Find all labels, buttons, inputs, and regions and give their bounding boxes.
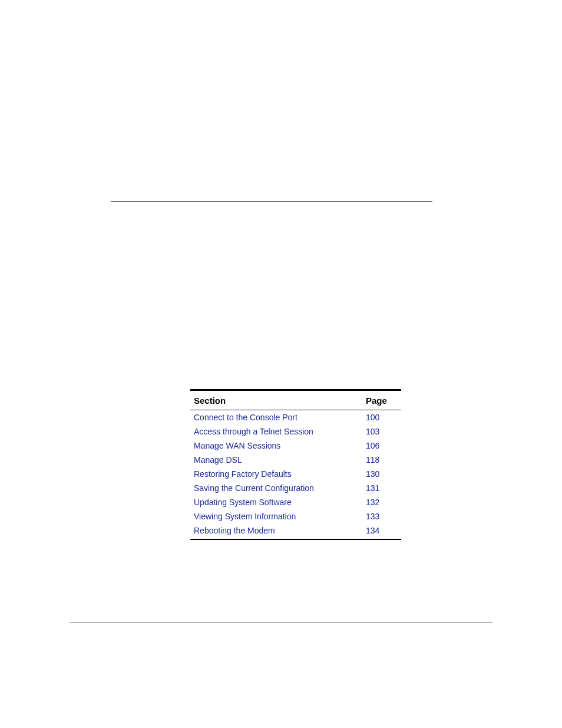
toc-page-number[interactable]: 130 — [362, 467, 401, 481]
table-row: Restoring Factory Defaults 130 — [190, 467, 401, 481]
toc-page-number[interactable]: 133 — [362, 509, 401, 523]
bottom-horizontal-rule — [70, 622, 492, 623]
toc-link-manage-wan-sessions[interactable]: Manage WAN Sessions — [194, 441, 280, 450]
toc-page-number[interactable]: 118 — [362, 453, 401, 467]
toc-link-saving-current-configuration[interactable]: Saving the Current Configuration — [194, 483, 314, 493]
toc-page-number[interactable]: 103 — [362, 424, 401, 439]
toc-header-section: Section — [190, 390, 362, 410]
table-row: Rebooting the Modem 134 — [190, 523, 401, 539]
toc-link-manage-dsl[interactable]: Manage DSL — [194, 455, 242, 465]
toc-page-number[interactable]: 131 — [362, 481, 401, 495]
table-row: Saving the Current Configuration 131 — [190, 481, 401, 495]
toc-link-rebooting-the-modem[interactable]: Rebooting the Modem — [194, 526, 275, 535]
toc-link-updating-system-software[interactable]: Updating System Software — [194, 498, 292, 507]
toc-link-telnet-session[interactable]: Access through a Telnet Session — [194, 427, 313, 436]
toc-page-number[interactable]: 134 — [362, 523, 401, 539]
toc-link-viewing-system-information[interactable]: Viewing System Information — [194, 512, 296, 521]
toc-link-restoring-factory-defaults[interactable]: Restoring Factory Defaults — [194, 469, 292, 479]
toc-header-page: Page — [362, 390, 401, 410]
toc-table: Section Page Connect to the Console Port… — [190, 389, 401, 540]
table-row: Manage DSL 118 — [190, 453, 401, 467]
toc-table-container: Section Page Connect to the Console Port… — [190, 389, 401, 540]
table-row: Access through a Telnet Session 103 — [190, 424, 401, 439]
top-horizontal-rule — [111, 201, 432, 202]
table-row: Connect to the Console Port 100 — [190, 410, 401, 425]
table-row: Viewing System Information 133 — [190, 509, 401, 523]
table-row: Updating System Software 132 — [190, 495, 401, 509]
page-root: Section Page Connect to the Console Port… — [0, 0, 562, 728]
table-row: Manage WAN Sessions 106 — [190, 439, 401, 453]
toc-page-number[interactable]: 100 — [362, 410, 401, 425]
toc-link-connect-console-port[interactable]: Connect to the Console Port — [194, 413, 297, 422]
toc-page-number[interactable]: 132 — [362, 495, 401, 509]
toc-page-number[interactable]: 106 — [362, 439, 401, 453]
toc-header-row: Section Page — [190, 390, 401, 410]
